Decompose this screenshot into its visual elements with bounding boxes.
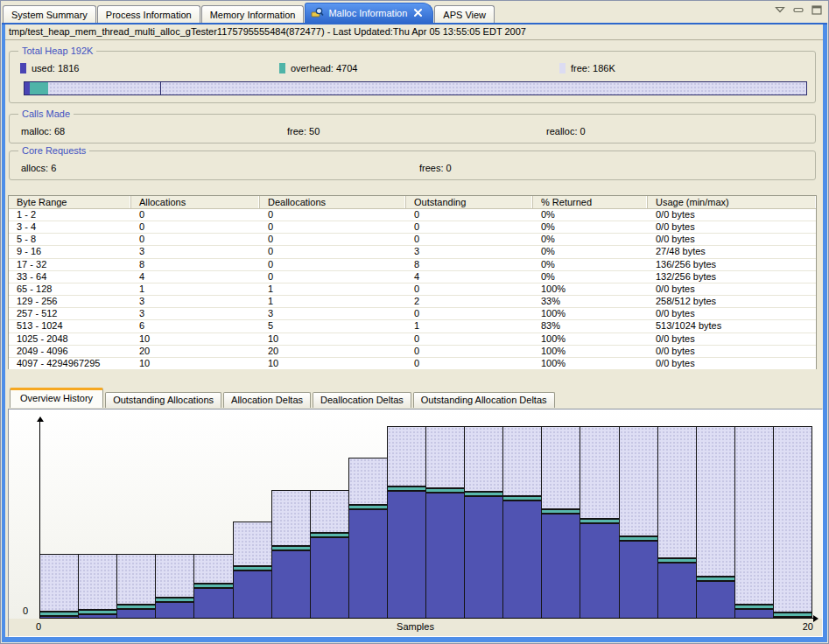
- maximize-icon[interactable]: [811, 4, 823, 15]
- bar-used-segment: [696, 581, 735, 618]
- column-header-usage-min-max[interactable]: Usage (min/max): [648, 196, 816, 208]
- column-header-outstanding[interactable]: Outstanding: [406, 196, 533, 208]
- cell-outstanding: 0: [406, 333, 533, 345]
- x-axis-title: Samples: [9, 621, 822, 632]
- core-requests-group: Core Requests allocs: 6 frees: 0: [9, 150, 816, 180]
- minimize-icon[interactable]: [792, 4, 804, 15]
- cell-deallocations: 10: [260, 358, 406, 369]
- table-row[interactable]: 129 - 25631233%258/512 bytes: [9, 296, 816, 308]
- cell-usage-min-max: 132/256 bytes: [648, 271, 816, 283]
- cell-returned: 0%: [533, 209, 648, 220]
- bar-used-segment: [657, 563, 697, 618]
- view-frame-right: [823, 23, 827, 642]
- tab-outstanding-allocation-deltas[interactable]: Outstanding Allocation Deltas: [413, 392, 555, 408]
- cell-deallocations: 0: [260, 221, 406, 233]
- tab-process-information[interactable]: Process Information: [97, 5, 200, 23]
- cell-allocations: 0: [131, 234, 260, 245]
- bar-free-segment: [271, 490, 311, 546]
- bar-used-segment: [541, 514, 580, 618]
- cell-usage-min-max: 0/0 bytes: [648, 221, 816, 233]
- tab-close-icon[interactable]: [414, 8, 422, 18]
- legend-label: overhead: 4704: [291, 63, 357, 74]
- cell-byte-range: 1025 - 2048: [9, 333, 131, 345]
- cell-byte-range: 257 - 512: [9, 308, 131, 319]
- tab-label: APS View: [443, 10, 486, 20]
- cell-returned: 0%: [533, 259, 648, 270]
- cell-allocations: 0: [131, 209, 260, 220]
- y-axis-zero-label: 0: [23, 606, 28, 616]
- bar-free-segment: [734, 426, 774, 605]
- legend-color-chip: [559, 63, 566, 74]
- cell-allocations: 8: [131, 259, 260, 270]
- column-header-allocations[interactable]: Allocations: [131, 196, 260, 208]
- table-row[interactable]: 4097 - 429496729510100100%0/0 bytes: [9, 358, 816, 369]
- tab-overview-history[interactable]: Overview History: [10, 388, 103, 408]
- cell-allocations: 3: [131, 246, 260, 257]
- column-header-returned[interactable]: % Returned: [533, 196, 648, 208]
- cell-byte-range: 5 - 8: [9, 234, 131, 245]
- tab-aps-view[interactable]: APS View: [434, 5, 495, 23]
- cell-returned: 0%: [533, 271, 648, 283]
- table-row[interactable]: 5 - 80000%0/0 bytes: [9, 234, 816, 246]
- cell-byte-range: 65 - 128: [9, 284, 131, 295]
- cell-outstanding: 0: [406, 308, 533, 319]
- bar-free-segment: [348, 458, 388, 505]
- cell-outstanding: 8: [406, 259, 533, 270]
- bar-used-segment: [425, 493, 465, 618]
- table-row[interactable]: 9 - 163030%27/48 bytes: [9, 246, 816, 258]
- table-header-row: Byte RangeAllocationsDeallocationsOutsta…: [9, 196, 816, 209]
- tab-outstanding-allocations[interactable]: Outstanding Allocations: [105, 392, 221, 408]
- table-row[interactable]: 513 - 102465183%513/1024 bytes: [9, 320, 816, 332]
- column-header-deallocations[interactable]: Deallocations: [260, 196, 406, 208]
- legend-used: used: 1816: [20, 63, 79, 74]
- table-row[interactable]: 1 - 20000%0/0 bytes: [9, 209, 816, 221]
- column-header-byte-range[interactable]: Byte Range: [9, 196, 131, 208]
- cell-byte-range: 3 - 4: [9, 221, 131, 233]
- cell-outstanding: 0: [406, 221, 533, 233]
- view-menu-icon[interactable]: [774, 4, 786, 15]
- cell-returned: 100%: [533, 358, 648, 369]
- cell-allocations: 1: [131, 284, 260, 295]
- cell-usage-min-max: 136/256 bytes: [648, 259, 816, 270]
- table-row[interactable]: 2049 - 409620200100%0/0 bytes: [9, 346, 816, 358]
- view-frame-bottom: [2, 637, 827, 642]
- table-row[interactable]: 17 - 328080%136/256 bytes: [9, 259, 816, 271]
- cell-returned: 0%: [533, 246, 648, 257]
- x-axis-end-label: 20: [790, 621, 813, 632]
- bar-used-segment: [502, 500, 542, 618]
- bar-free-segment: [233, 522, 272, 566]
- table-row[interactable]: 1025 - 204810100100%0/0 bytes: [9, 333, 816, 346]
- bar-free-segment: [116, 554, 156, 605]
- cell-outstanding: 0: [406, 358, 533, 369]
- cell-deallocations: 1: [260, 284, 406, 295]
- cell-returned: 100%: [533, 346, 648, 357]
- bar-used-segment: [271, 550, 311, 618]
- tab-memory-information[interactable]: Memory Information: [201, 5, 305, 23]
- table-row[interactable]: 257 - 512330100%0/0 bytes: [9, 308, 816, 320]
- cell-usage-min-max: 258/512 bytes: [648, 296, 816, 307]
- cell-returned: 33%: [533, 296, 648, 307]
- cell-allocations: 3: [131, 308, 260, 319]
- table-row[interactable]: 33 - 644040%132/256 bytes: [9, 271, 816, 284]
- heap-bar-divider: [160, 82, 161, 94]
- tab-malloc-information[interactable]: Malloc Information: [305, 3, 433, 23]
- cell-returned: 100%: [533, 308, 648, 319]
- x-axis-line: [39, 618, 813, 619]
- cell-usage-min-max: 0/0 bytes: [648, 358, 816, 369]
- table-row[interactable]: 65 - 128110100%0/0 bytes: [9, 284, 816, 296]
- cell-outstanding: 0: [406, 284, 533, 295]
- bar-free-segment: [657, 426, 697, 558]
- tab-deallocation-deltas[interactable]: Deallocation Deltas: [313, 392, 411, 408]
- bar-free-segment: [773, 426, 812, 612]
- tab-allocation-deltas[interactable]: Allocation Deltas: [223, 392, 311, 408]
- tab-label: Memory Information: [210, 10, 296, 20]
- byte-range-table: Byte RangeAllocationsDeallocationsOutsta…: [8, 195, 817, 369]
- cell-outstanding: 0: [406, 209, 533, 220]
- calls-made-title: Calls Made: [18, 108, 74, 119]
- tab-system-summary[interactable]: System Summary: [3, 5, 96, 23]
- session-info-bar: tmp/test_heap_mem_thread_multi_alloc_gTe…: [5, 24, 823, 40]
- cell-deallocations: 0: [260, 234, 406, 245]
- cell-returned: 0%: [533, 221, 648, 233]
- table-row[interactable]: 3 - 40000%0/0 bytes: [9, 221, 816, 234]
- cell-outstanding: 3: [406, 246, 533, 257]
